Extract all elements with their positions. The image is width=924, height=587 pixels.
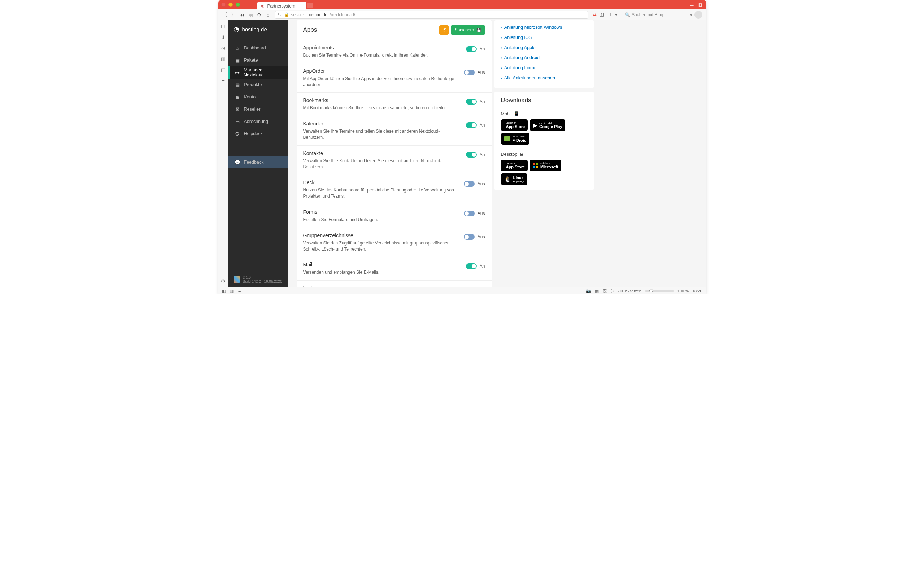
guide-link[interactable]: ›Anleitung Linux (501, 63, 587, 73)
toggle-switch[interactable] (464, 70, 475, 76)
sidebar-item-managed-nextcloud[interactable]: ⊶Managed Nextcloud (228, 66, 288, 79)
search-box[interactable]: 🔍 Suchen mit Bing ▾ (625, 12, 692, 17)
sb-camera-icon[interactable]: 📷 (586, 288, 591, 294)
home-button[interactable]: ⌂ (265, 12, 271, 18)
guide-link[interactable]: ›Anleitung iOS (501, 33, 587, 43)
revert-button[interactable]: ↺ (439, 25, 449, 35)
url-host: hosting.de (307, 12, 327, 17)
fastforward-button[interactable]: ⏭ (248, 12, 254, 18)
mobile-label: Mobil (501, 112, 512, 117)
linux-badge[interactable]: 🐧 Linux AppImage (501, 173, 528, 185)
forward-button[interactable]: 〉 (231, 12, 236, 18)
guides-card: ›Anleitung Microsoft Windows›Anleitung i… (495, 20, 594, 88)
window-minimize-button[interactable] (228, 3, 233, 7)
window-panel-icon[interactable]: ◰ (220, 66, 226, 73)
nav-icon: ⌂ (234, 45, 240, 51)
window-maximize-button[interactable] (236, 3, 240, 7)
toggle-switch[interactable] (464, 181, 475, 187)
rewind-button[interactable]: ⏮ (239, 12, 245, 18)
trash-icon[interactable]: 🗑 (697, 2, 703, 8)
sb-panel2-icon[interactable]: ▥ (229, 288, 234, 294)
notes-panel-icon[interactable]: ▥ (220, 56, 226, 62)
desktop-icon: 🖥 (520, 152, 524, 157)
sb-tiles-icon[interactable]: ▦ (595, 288, 599, 294)
linux-icon: 🐧 (504, 176, 511, 183)
guide-link[interactable]: ›Anleitung Android (501, 53, 587, 63)
fdroid-icon (504, 136, 510, 141)
sidebar-label: Pakete (244, 58, 258, 63)
desktop-label: Desktop (501, 152, 518, 157)
app-name: AppOrder (303, 68, 457, 74)
microsoft-badge[interactable]: Jetzt von Microsoft (530, 160, 561, 171)
cloud-icon[interactable]: ☁ (689, 2, 695, 8)
guide-link[interactable]: ›Anleitung Microsoft Windows (501, 22, 587, 33)
guide-link-text: Anleitung iOS (504, 35, 532, 40)
chevron-right-icon: › (501, 36, 502, 39)
guide-link-text: Anleitung Apple (504, 45, 536, 50)
sb-reset-link[interactable]: Zurücksetzen (617, 289, 641, 293)
back-button[interactable]: 〈 (222, 12, 228, 18)
toggle-switch[interactable] (466, 152, 477, 158)
nav-icon: ✪ (234, 131, 240, 136)
sidebar-footer: 2.1.0 Build 142.2 - 16.09.2020 (228, 272, 288, 287)
nav-icon: ♜ (234, 107, 240, 112)
sidebar-item-helpdesk[interactable]: ✪Helpdesk (228, 128, 288, 140)
translate-icon[interactable]: ⇄ (592, 12, 597, 17)
downloads-panel-icon[interactable]: ⬇ (220, 34, 226, 40)
zoom-slider[interactable] (645, 290, 674, 292)
toggle-switch[interactable] (466, 263, 477, 269)
toggle-state-label: Aus (477, 70, 485, 75)
sidebar-item-pakete[interactable]: ▣Pakete (228, 54, 288, 66)
toggle-switch[interactable] (464, 210, 475, 216)
toggle-switch[interactable] (464, 234, 475, 240)
app-row: KontakteVerwalten Sie Ihre Kontakte und … (297, 145, 492, 175)
guide-link[interactable]: ›Alle Anleitungen ansehen (501, 73, 587, 83)
sb-image-icon[interactable]: 🖼 (602, 288, 607, 294)
search-dropdown-icon[interactable]: ▾ (690, 12, 692, 17)
reload-button[interactable]: ⟳ (257, 12, 262, 18)
sb-cloud-icon[interactable]: ☁ (237, 288, 241, 294)
status-bar: ◧ ▥ ☁ 📷 ▦ 🖼 ⟨⟩ Zurücksetzen 100 % 18:20 (218, 287, 706, 294)
sidebar-item-feedback[interactable]: 💬 Feedback (228, 156, 288, 168)
sidebar-item-abrechnung[interactable]: ▭Abrechnung (228, 115, 288, 128)
key-icon[interactable]: ⚿ (599, 12, 604, 17)
undo-icon: ↺ (442, 27, 446, 33)
window-close-button[interactable] (221, 3, 226, 7)
browser-tab[interactable]: ◎ Partnersystem (257, 2, 306, 10)
bookmarks-panel-icon[interactable]: ☐ (220, 23, 226, 30)
googleplay-badge[interactable]: ▶ JETZT BEI Google Play (530, 119, 565, 131)
sidebar-label: Feedback (244, 160, 264, 165)
bookmark-icon[interactable]: ☐ (606, 12, 611, 17)
sidebar-item-konto[interactable]: 🖿Konto (228, 91, 288, 103)
address-bar[interactable]: ⛉ 🔒 secure.hosting.de/nextcloud/id/ (275, 11, 589, 19)
sb-panel-icon[interactable]: ◧ (222, 288, 226, 294)
app-row: Notizen (297, 280, 492, 287)
chevron-down-icon[interactable]: ▾ (614, 12, 619, 17)
sb-code-icon[interactable]: ⟨⟩ (610, 288, 614, 294)
avatar-button[interactable] (695, 11, 702, 19)
app-row: AppointmentsBuchen Sie Termine via Onlin… (297, 39, 492, 63)
toggle-state-label: An (480, 99, 485, 104)
app-row: DeckNutzen Sie das Kanbanboard für persö… (297, 174, 492, 204)
mac-appstore-badge[interactable]: Laden im App Store (501, 160, 528, 171)
toggle-state-label: An (480, 263, 485, 269)
app-description: Verwalten Sie Ihre Termine und teilen Si… (303, 128, 459, 141)
toggle-state-label: Aus (477, 181, 485, 186)
appstore-badge[interactable]: Laden im App Store (501, 119, 528, 131)
sidebar-item-produkte[interactable]: ▤Produkte (228, 79, 288, 91)
fdroid-badge[interactable]: JETZT BEI F-Droid (501, 133, 530, 145)
settings-panel-icon[interactable]: ⚙ (220, 278, 226, 284)
new-tab-button[interactable]: + (307, 3, 313, 8)
history-panel-icon[interactable]: ◷ (220, 45, 226, 51)
lock-icon: 🔒 (284, 12, 289, 17)
toggle-switch[interactable] (466, 99, 477, 105)
sidebar-item-reseller[interactable]: ♜Reseller (228, 103, 288, 115)
guide-link[interactable]: ›Anleitung Apple (501, 43, 587, 53)
brand-logo[interactable]: ◔ hosting.de (228, 20, 288, 38)
toggle-switch[interactable] (466, 46, 477, 52)
guide-link-text: Anleitung Android (504, 55, 540, 60)
sidebar-item-dashboard[interactable]: ⌂Dashboard (228, 42, 288, 54)
save-button[interactable]: Speichern 💾 (451, 25, 485, 35)
add-panel-icon[interactable]: + (220, 77, 226, 84)
toggle-switch[interactable] (466, 122, 477, 128)
